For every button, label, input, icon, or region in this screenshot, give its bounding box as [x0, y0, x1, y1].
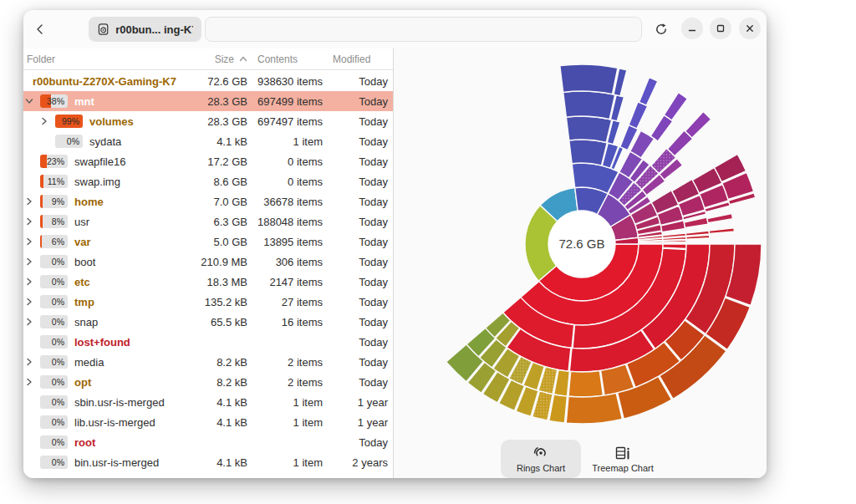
ring-segment[interactable] [709, 228, 734, 234]
contents-cell: 697497 items [247, 115, 323, 128]
chevron-right-icon[interactable] [23, 256, 35, 267]
ring-segment[interactable] [629, 102, 648, 129]
chart-total-size-label: 72.6 GB [558, 237, 604, 251]
ring-segment[interactable] [563, 91, 615, 120]
chevron-right-icon[interactable] [23, 296, 35, 308]
ring-segment[interactable] [685, 111, 711, 137]
usage-percent-value: 38% [47, 95, 64, 107]
chevron-right-icon[interactable] [23, 236, 35, 247]
column-header-modified[interactable]: Modified [323, 53, 388, 65]
minimize-button[interactable] [681, 18, 703, 39]
column-header-size[interactable]: Size [181, 53, 247, 65]
chevron-right-icon[interactable] [23, 316, 35, 328]
expander-spacer [23, 155, 35, 167]
contents-cell: 16 items [247, 316, 323, 328]
folder-cell: 11%swap.img [23, 171, 181, 191]
folder-name: tmp [74, 296, 94, 308]
usage-percent-fill [40, 215, 43, 228]
size-cell: 65.5 kB [181, 316, 247, 328]
contents-cell: 1 item [247, 396, 323, 409]
column-header-contents[interactable]: Contents [247, 53, 323, 65]
table-row[interactable]: 11%swap.img8.6 GB0 itemsToday [23, 171, 393, 191]
table-row[interactable]: 0%sydata4.1 kB1 itemToday [23, 131, 393, 151]
size-cell: 7.0 GB [181, 196, 247, 208]
table-row[interactable]: 0%media8.2 kB2 itemsToday [23, 352, 393, 372]
maximize-icon [716, 23, 726, 33]
table-row[interactable]: 0%tmp135.2 kB27 itemsToday [23, 292, 393, 312]
ring-segment[interactable] [663, 240, 686, 242]
usage-percent-value: 0% [52, 256, 64, 267]
usage-percent-badge: 8% [40, 215, 68, 228]
contents-cell: 1 item [247, 456, 323, 469]
device-tab-button[interactable]: r00bun... ing-K7 [89, 17, 201, 42]
back-button[interactable] [28, 18, 52, 41]
ring-segment[interactable] [707, 214, 733, 223]
ring-segment[interactable] [569, 140, 607, 165]
folder-tree-pane: Folder Size Contents Modified r00buntu-Z… [23, 48, 394, 478]
modified-cell: Today [323, 276, 388, 288]
size-cell: 4.1 kB [181, 416, 247, 429]
treemap-chart-button[interactable]: Treemap Chart [581, 440, 665, 478]
contents-cell: 2 items [247, 376, 323, 389]
size-cell: 135.2 kB [181, 296, 247, 308]
modified-cell: Today [323, 256, 388, 268]
folder-cell: 0%boot [23, 252, 181, 272]
size-cell: 8.2 kB [181, 376, 247, 389]
contents-cell: 2147 items [247, 276, 323, 288]
table-row[interactable]: 0%opt8.2 kB2 itemsToday [23, 372, 393, 392]
ring-segment[interactable] [560, 64, 618, 94]
table-row[interactable]: 0%etc18.3 MB2147 itemsToday [23, 272, 393, 292]
table-row[interactable]: 9%home7.0 GB36678 itemsToday [23, 191, 393, 211]
ring-segment[interactable] [639, 78, 658, 105]
ring-segment[interactable] [566, 393, 622, 424]
size-cell: 28.3 GB [181, 115, 247, 128]
close-button[interactable] [739, 18, 761, 39]
table-row[interactable]: 38%mnt28.3 GB697499 itemsToday [23, 91, 393, 111]
table-row[interactable]: r00buntu-Z270X-Gaming-K772.6 GB938630 it… [23, 71, 393, 91]
treemap-chart-label: Treemap Chart [592, 463, 654, 473]
chevron-right-icon[interactable] [23, 376, 35, 388]
refresh-button[interactable] [650, 18, 673, 41]
chevron-right-icon[interactable] [38, 115, 50, 127]
folder-cell: 0%tmp [23, 292, 181, 312]
modified-cell: 1 year [323, 396, 388, 409]
rings-chart-button[interactable]: Rings Chart [501, 440, 581, 478]
ring-segment[interactable] [568, 371, 603, 397]
table-row[interactable]: 0%bin.usr-is-merged4.1 kB1 item2 years [23, 452, 393, 472]
location-entry[interactable] [205, 17, 642, 42]
table-row[interactable]: 6%var5.0 GB13895 itemsToday [23, 232, 393, 252]
table-row[interactable]: 0%lib.usr-is-merged4.1 kB1 item1 year [23, 412, 393, 432]
ring-segment[interactable] [639, 241, 663, 242]
close-icon [745, 23, 755, 33]
folder-name: boot [74, 256, 95, 268]
chevron-right-icon[interactable] [23, 196, 35, 207]
table-row[interactable]: 0%boot210.9 MB306 itemsToday [23, 252, 393, 272]
table-row[interactable]: 23%swapfile1617.2 GB0 itemsToday [23, 151, 393, 171]
folder-name: opt [74, 376, 91, 389]
table-row[interactable]: 0%snap65.5 kB16 itemsToday [23, 312, 393, 332]
ring-segment[interactable] [566, 116, 611, 142]
size-cell: 17.2 GB [181, 155, 247, 168]
maximize-button[interactable] [710, 18, 731, 39]
rings-chart[interactable]: 72.6 GB [394, 48, 767, 478]
contents-cell: 1 item [247, 416, 323, 429]
chevron-right-icon[interactable] [23, 276, 35, 288]
size-cell: 28.3 GB [181, 95, 247, 108]
usage-percent-value: 0% [52, 376, 64, 388]
table-row[interactable]: 0%sbin.usr-is-merged4.1 kB1 item1 year [23, 392, 393, 412]
usage-percent-value: 0% [52, 356, 64, 368]
chevron-right-icon[interactable] [23, 216, 35, 227]
table-row[interactable]: 99%volumes28.3 GB697497 itemsToday [23, 111, 393, 131]
table-row[interactable]: 8%usr6.3 GB188048 itemsToday [23, 211, 393, 232]
folder-name: sbin.usr-is-merged [74, 396, 165, 409]
chevron-down-icon[interactable] [23, 95, 35, 107]
table-row[interactable]: 0%lost+foundToday [23, 332, 393, 352]
usage-percent-badge: 0% [40, 435, 68, 449]
ring-segment[interactable] [664, 93, 687, 120]
table-row[interactable]: 0%rootToday [23, 432, 393, 452]
folder-cell: 0%lost+found [23, 332, 181, 352]
expander-spacer [23, 456, 35, 468]
column-header-folder[interactable]: Folder [23, 53, 181, 65]
chevron-right-icon[interactable] [23, 356, 35, 368]
usage-percent-badge: 0% [40, 375, 68, 389]
